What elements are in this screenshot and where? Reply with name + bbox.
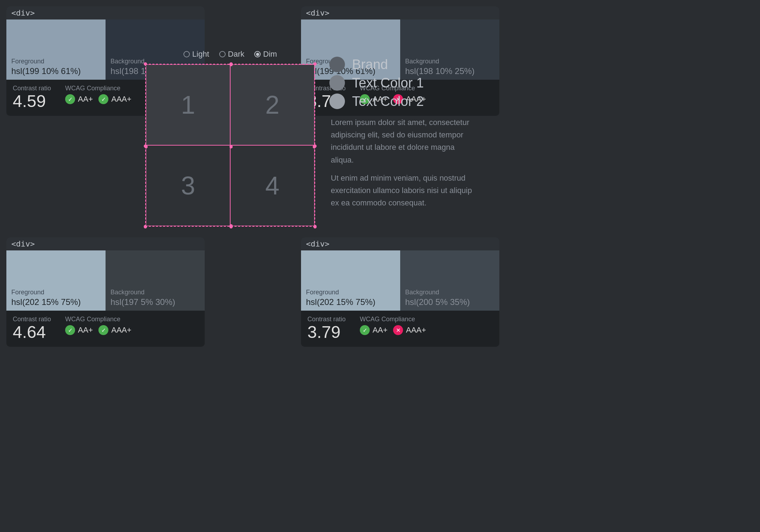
swatch-bg-bl-value: hsl(197 5% 30%) <box>110 297 200 307</box>
legend-brand-label: Brand <box>352 57 388 72</box>
swatch-fg-br-label: Foreground <box>306 289 395 296</box>
grid-cell-3: 3 <box>146 145 230 226</box>
badge-br-aaa-icon: ✕ <box>393 325 403 335</box>
swatch-bg-bl: Background hsl(197 5% 30%) <box>106 250 205 311</box>
ratio-br-value: 3.79 <box>307 323 346 342</box>
wcag-bl-label: WCAG Compliance <box>65 316 131 323</box>
swatch-fg-br-value: hsl(202 15% 75%) <box>306 297 395 307</box>
card-bottom-right: <div> Foreground hsl(202 15% 75%) Backgr… <box>301 237 499 347</box>
theme-dim-label: Dim <box>263 50 277 59</box>
theme-option-dark[interactable]: Dark <box>219 50 244 59</box>
wcag-tl-label: WCAG Compliance <box>65 85 131 92</box>
card-tl-title: <div> <box>6 6 205 19</box>
badge-tl-aaa-icon: ✓ <box>98 94 108 104</box>
badge-bl-aaa-icon: ✓ <box>98 325 108 335</box>
badge-br-aaa: ✕ AAA+ <box>393 325 426 335</box>
swatch-bg-br-label: Background <box>405 289 494 296</box>
theme-selector: Light Dark Dim <box>135 50 326 59</box>
badge-tl-aa-label: AA+ <box>78 95 93 104</box>
legend-item-brand: Brand <box>329 57 478 72</box>
badge-bl-aa-icon: ✓ <box>65 325 75 335</box>
dot-grid-ml <box>144 145 148 148</box>
swatch-bg-bl-label: Background <box>110 289 200 296</box>
badge-br-aaa-label: AAA+ <box>406 326 426 335</box>
card-bl-title: <div> <box>6 237 205 250</box>
dot-grid-bm <box>229 224 233 227</box>
ratio-tl-label: Contrast ratio <box>13 85 51 92</box>
legend-brand-circle <box>329 57 345 72</box>
grid-cell-2: 2 <box>230 64 314 145</box>
ratio-bl-value: 4.64 <box>13 323 51 342</box>
card-bottom-left: <div> Foreground hsl(202 15% 75%) Backgr… <box>6 237 205 347</box>
ratio-br-label: Contrast ratio <box>307 316 346 323</box>
badge-bl-aaa-label: AAA+ <box>111 326 131 335</box>
swatch-fg-tl-value: hsl(199 10% 61%) <box>11 66 101 76</box>
card-br-title: <div> <box>301 237 499 250</box>
dot-grid-tm <box>229 63 233 66</box>
legend-item-text2: Text Color 2 <box>329 94 478 109</box>
grid-cell-4: 4 <box>230 145 314 226</box>
dot-grid-mr <box>313 145 316 148</box>
swatch-fg-bl: Foreground hsl(202 15% 75%) <box>6 250 106 311</box>
right-panel: Brand Text Color 1 Text Color 2 Lorem ip… <box>329 50 478 216</box>
legend-text2-circle <box>329 94 345 109</box>
theme-dark-label: Dark <box>228 50 244 59</box>
badge-tl-aa: ✓ AA+ <box>65 94 93 104</box>
body-text-p2: Ut enim ad minim veniam, quis nostrud ex… <box>331 172 477 209</box>
ratio-bl-label: Contrast ratio <box>13 316 51 323</box>
grid-canvas: 1 2 3 4 <box>145 64 315 227</box>
center-panel: Light Dark Dim 1 <box>135 50 326 227</box>
badge-br-aa-label: AA+ <box>373 326 387 335</box>
grid-cell-2-label: 2 <box>265 90 279 119</box>
theme-light-label: Light <box>192 50 209 59</box>
swatch-fg-br: Foreground hsl(202 15% 75%) <box>301 250 400 311</box>
swatch-fg-bl-label: Foreground <box>11 289 101 296</box>
swatch-fg-tl: Foreground hsl(199 10% 61%) <box>6 19 106 80</box>
legend-text1-label: Text Color 1 <box>352 75 424 91</box>
legend-text1-circle <box>329 75 345 91</box>
badge-bl-aaa: ✓ AAA+ <box>98 325 131 335</box>
badge-bl-aa-label: AA+ <box>78 326 93 335</box>
dot-grid-mm <box>229 145 233 148</box>
grid-cell-4-label: 4 <box>265 171 279 200</box>
wcag-br-label: WCAG Compliance <box>360 316 426 323</box>
grid-cell-3-label: 3 <box>181 171 195 200</box>
grid-cell-1: 1 <box>146 64 230 145</box>
badge-tl-aaa: ✓ AAA+ <box>98 94 131 104</box>
body-text-p1: Lorem ipsum dolor sit amet, consectetur … <box>331 116 477 166</box>
legend-text2-label: Text Color 2 <box>352 94 424 109</box>
badge-tl-aa-icon: ✓ <box>65 94 75 104</box>
radio-dim[interactable] <box>254 51 261 57</box>
badge-bl-aa: ✓ AA+ <box>65 325 93 335</box>
badge-br-aa-icon: ✓ <box>360 325 370 335</box>
theme-option-dim[interactable]: Dim <box>254 50 277 59</box>
swatch-bg-br: Background hsl(200 5% 35%) <box>400 250 499 311</box>
card-tr-title: <div> <box>301 6 499 19</box>
ratio-tl-value: 4.59 <box>13 92 51 111</box>
body-text: Lorem ipsum dolor sit amet, consectetur … <box>329 116 478 209</box>
swatch-fg-tl-label: Foreground <box>11 58 101 65</box>
radio-light[interactable] <box>183 51 190 57</box>
badge-tl-aaa-label: AAA+ <box>111 95 131 104</box>
radio-dim-inner <box>256 53 259 56</box>
theme-option-light[interactable]: Light <box>183 50 209 59</box>
swatch-bg-br-value: hsl(200 5% 35%) <box>405 297 494 307</box>
radio-dark[interactable] <box>219 51 226 57</box>
swatch-fg-bl-value: hsl(202 15% 75%) <box>11 297 101 307</box>
badge-br-aa: ✓ AA+ <box>360 325 387 335</box>
grid-wrapper: 1 2 3 4 <box>145 64 315 227</box>
legend-item-text1: Text Color 1 <box>329 75 478 91</box>
grid-cell-1-label: 1 <box>181 90 195 119</box>
